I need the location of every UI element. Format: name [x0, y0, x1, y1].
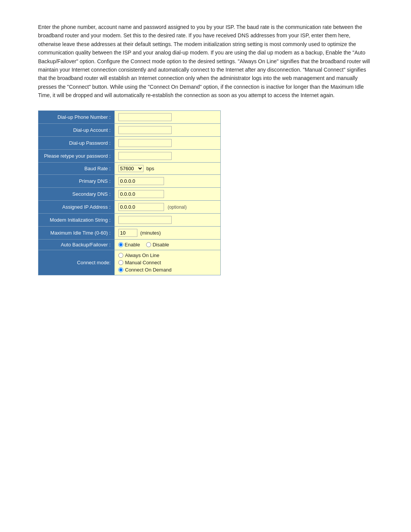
auto-backup-label: Auto Backup/Failover : — [38, 239, 115, 250]
secondary-dns-cell — [115, 187, 221, 200]
auto-backup-disable-radio[interactable] — [146, 242, 151, 247]
assigned-ip-cell: (optional) — [115, 200, 221, 213]
primary-dns-row: Primary DNS : — [38, 174, 221, 187]
connect-mode-manual-text: Manual Connect — [125, 260, 161, 265]
dialup-phone-input[interactable] — [118, 113, 172, 121]
connect-mode-options: Always On Line Manual Connect Connect On… — [118, 252, 217, 273]
dialup-account-label: Dial-up Account : — [38, 123, 115, 136]
secondary-dns-input[interactable] — [118, 190, 164, 198]
baud-rate-select[interactable]: 57600 115200 230400 460800 — [118, 165, 143, 172]
dialup-phone-row: Dial-up Phone Number : — [38, 110, 221, 123]
max-idle-row: Maximum Idle Time (0-60) : (minutes) — [38, 226, 221, 239]
connect-mode-on-demand-radio[interactable] — [118, 267, 123, 272]
retype-password-row: Please retype your password : — [38, 149, 221, 162]
modem-init-row: Modem Initialization String : — [38, 213, 221, 226]
baud-rate-unit: bps — [146, 166, 154, 171]
dialup-password-label: Dial-up Password : — [38, 136, 115, 149]
dialup-phone-cell — [115, 110, 221, 123]
max-idle-unit: (minutes) — [140, 230, 161, 236]
connect-mode-always-on-text: Always On Line — [125, 252, 159, 258]
retype-password-input[interactable] — [118, 152, 172, 160]
assigned-ip-label: Assigned IP Address : — [38, 200, 115, 213]
assigned-ip-input[interactable] — [118, 203, 164, 211]
primary-dns-label: Primary DNS : — [38, 174, 115, 187]
dialup-account-input[interactable] — [118, 126, 172, 134]
auto-backup-enable-text: Enable — [125, 242, 140, 248]
dialup-password-cell — [115, 136, 221, 149]
connect-mode-manual-label[interactable]: Manual Connect — [118, 260, 217, 265]
dialup-password-input[interactable] — [118, 139, 172, 147]
auto-backup-enable-radio[interactable] — [118, 242, 123, 247]
config-form-table: Dial-up Phone Number : Dial-up Account :… — [38, 110, 221, 275]
max-idle-label: Maximum Idle Time (0-60) : — [38, 226, 115, 239]
connect-mode-on-demand-label[interactable]: Connect On Demand — [118, 267, 217, 273]
primary-dns-input[interactable] — [118, 177, 164, 185]
connect-mode-always-on-label[interactable]: Always On Line — [118, 252, 217, 258]
auto-backup-disable-label[interactable]: Disable — [146, 242, 169, 248]
retype-password-cell — [115, 149, 221, 162]
auto-backup-row: Auto Backup/Failover : Enable Disable — [38, 239, 221, 250]
retype-password-label: Please retype your password : — [38, 149, 115, 162]
dialup-account-row: Dial-up Account : — [38, 123, 221, 136]
modem-init-cell — [115, 213, 221, 226]
auto-backup-cell: Enable Disable — [115, 239, 221, 250]
baud-rate-row: Baud Rate : 57600 115200 230400 460800 b… — [38, 162, 221, 174]
max-idle-cell: (minutes) — [115, 226, 221, 239]
auto-backup-enable-label[interactable]: Enable — [118, 242, 140, 248]
primary-dns-cell — [115, 174, 221, 187]
secondary-dns-label: Secondary DNS : — [38, 187, 115, 200]
baud-rate-label: Baud Rate : — [38, 162, 115, 174]
connect-mode-manual-radio[interactable] — [118, 260, 123, 265]
dialup-account-cell — [115, 123, 221, 136]
auto-backup-disable-text: Disable — [153, 242, 169, 248]
max-idle-input[interactable] — [118, 229, 137, 237]
connect-mode-row: Connect mode: Always On Line Manual Conn… — [38, 250, 221, 275]
assigned-ip-row: Assigned IP Address : (optional) — [38, 200, 221, 213]
assigned-ip-optional: (optional) — [167, 204, 186, 210]
modem-init-input[interactable] — [118, 216, 172, 224]
baud-rate-cell: 57600 115200 230400 460800 bps — [115, 162, 221, 174]
description-text: Enter the phone number, account name and… — [38, 23, 373, 100]
modem-init-label: Modem Initialization String : — [38, 213, 115, 226]
connect-mode-always-on-radio[interactable] — [118, 253, 123, 258]
secondary-dns-row: Secondary DNS : — [38, 187, 221, 200]
connect-mode-label: Connect mode: — [38, 250, 115, 275]
dialup-password-row: Dial-up Password : — [38, 136, 221, 149]
connect-mode-on-demand-text: Connect On Demand — [125, 267, 172, 273]
connect-mode-cell: Always On Line Manual Connect Connect On… — [115, 250, 221, 275]
dialup-phone-label: Dial-up Phone Number : — [38, 110, 115, 123]
auto-backup-options: Enable Disable — [118, 242, 217, 248]
